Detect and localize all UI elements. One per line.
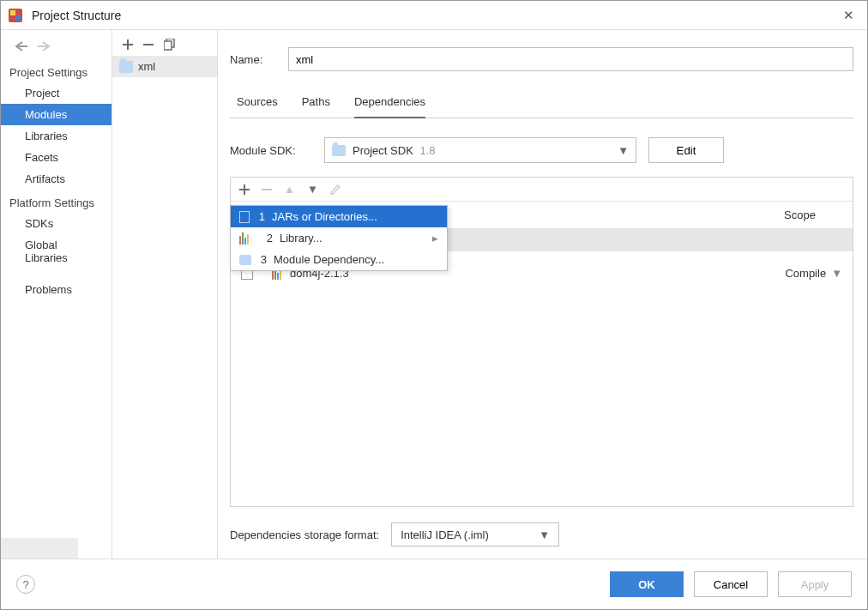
svg-rect-1: [10, 10, 15, 15]
chevron-down-icon: ▼: [539, 528, 550, 541]
remove-module-icon[interactable]: [143, 39, 154, 50]
sidebar-item-project[interactable]: Project: [1, 82, 112, 104]
popup-item-module-dependency[interactable]: 3 Module Dependency...: [231, 249, 447, 270]
help-icon[interactable]: ?: [16, 575, 35, 594]
window-title: Project Structure: [32, 9, 836, 22]
section-project-settings: Project Settings: [1, 59, 112, 82]
add-module-icon[interactable]: [123, 39, 133, 50]
titlebar: Project Structure ✕: [1, 1, 867, 30]
storage-format-select[interactable]: IntelliJ IDEA (.iml) ▼: [391, 522, 559, 547]
sdk-version: 1.8: [419, 144, 435, 157]
sidebar-item-facets[interactable]: Facets: [1, 147, 112, 168]
chevron-down-icon: ▼: [618, 144, 629, 157]
settings-sidebar: Project Settings Project Modules Librari…: [1, 30, 112, 559]
edit-sdk-button[interactable]: Edit: [648, 137, 724, 163]
storage-format-label: Dependencies storage format:: [230, 528, 379, 541]
module-icon: [239, 255, 251, 265]
back-icon[interactable]: [13, 40, 28, 52]
sidebar-item-modules[interactable]: Modules: [1, 104, 112, 125]
popup-index: 2: [264, 232, 273, 245]
popup-item-library[interactable]: 2 Library... ▸: [231, 227, 447, 249]
tab-dependencies[interactable]: Dependencies: [354, 90, 425, 118]
sdk-name: Project SDK: [353, 144, 413, 157]
add-dependency-icon[interactable]: [239, 184, 250, 195]
module-name-input[interactable]: [288, 47, 853, 71]
popup-index: 3: [258, 253, 267, 266]
sidebar-item-sdks[interactable]: SDKs: [1, 213, 112, 234]
module-sdk-select[interactable]: Project SDK 1.8 ▼: [324, 137, 636, 163]
module-tabs: Sources Paths Dependencies: [230, 90, 853, 118]
copy-module-icon[interactable]: [164, 39, 176, 51]
folder-icon: [119, 61, 133, 73]
svg-rect-9: [164, 41, 172, 50]
jar-icon: [239, 211, 250, 223]
popup-label: Module Dependency...: [274, 253, 384, 266]
sidebar-resize-handle[interactable]: [1, 538, 78, 559]
module-tree: xml: [112, 30, 218, 559]
close-icon[interactable]: ✕: [836, 8, 860, 23]
chevron-down-icon: ▼: [831, 267, 842, 280]
popup-index: 1: [256, 210, 265, 223]
module-sdk-label: Module SDK:: [230, 144, 312, 157]
sidebar-item-problems[interactable]: Problems: [1, 279, 112, 300]
sidebar-item-global-libraries[interactable]: Global Libraries: [1, 234, 112, 269]
tab-paths[interactable]: Paths: [302, 90, 330, 118]
app-icon: [8, 8, 23, 23]
edit-dependency-icon[interactable]: [330, 184, 341, 195]
name-label: Name:: [230, 53, 274, 66]
ok-button[interactable]: OK: [610, 571, 684, 597]
dialog-footer: ? OK Cancel Apply: [1, 559, 867, 609]
move-down-icon[interactable]: ▼: [307, 183, 318, 196]
section-platform-settings: Platform Settings: [1, 190, 112, 213]
scope-select[interactable]: Compile ▼: [785, 267, 842, 280]
folder-icon: [332, 145, 346, 156]
apply-button[interactable]: Apply: [778, 571, 852, 597]
chevron-right-icon: ▸: [432, 232, 438, 245]
popup-label: Library...: [280, 232, 322, 245]
sidebar-item-artifacts[interactable]: Artifacts: [1, 168, 112, 190]
cancel-button[interactable]: Cancel: [694, 571, 768, 597]
popup-item-jars[interactable]: 1 JARs or Directories...: [231, 206, 447, 227]
svg-rect-2: [15, 15, 21, 21]
move-up-icon[interactable]: ▲: [284, 183, 295, 196]
add-dependency-popup: 1 JARs or Directories... 2 Library... ▸ …: [230, 205, 448, 271]
dependencies-panel: ▲ ▼ 1 JARs or Directories... 2 Library..…: [230, 177, 853, 507]
library-icon: [239, 233, 249, 245]
tab-sources[interactable]: Sources: [237, 90, 278, 118]
popup-label: JARs or Directories...: [272, 210, 377, 223]
forward-icon[interactable]: [37, 40, 52, 52]
sidebar-item-libraries[interactable]: Libraries: [1, 125, 112, 147]
module-node-label: xml: [138, 60, 155, 73]
module-node-xml[interactable]: xml: [112, 56, 217, 77]
module-editor: Name: Sources Paths Dependencies Module …: [218, 30, 867, 559]
scope-value: Compile: [785, 267, 826, 280]
column-scope: Scope: [774, 202, 853, 228]
remove-dependency-icon[interactable]: [262, 184, 272, 195]
storage-format-value: IntelliJ IDEA (.iml): [401, 528, 539, 541]
